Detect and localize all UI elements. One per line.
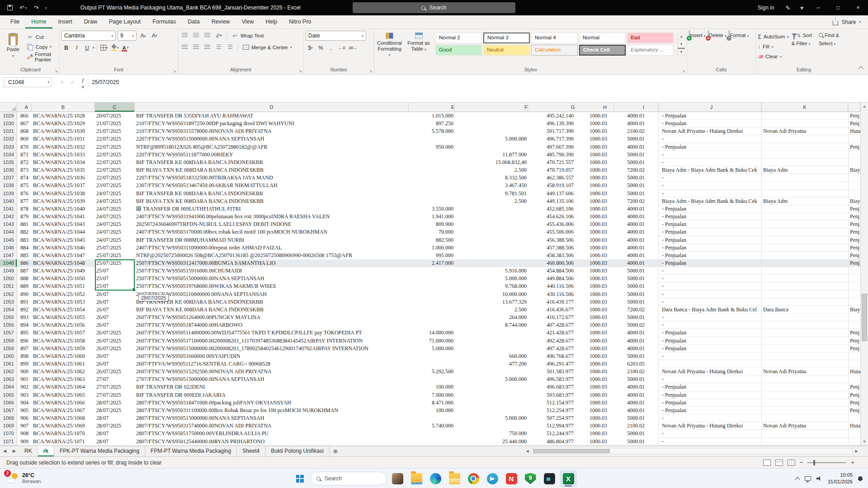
cell-F1029[interactable] [455, 112, 528, 120]
row-header-1061[interactable]: 1061 [0, 360, 17, 368]
row-header-1057[interactable]: 1057 [0, 329, 17, 337]
cell-E1046[interactable]: 1.000.000 [409, 244, 455, 252]
cell-F1047[interactable] [455, 252, 528, 259]
cell-G1061[interactable]: 496.291.477 [528, 360, 575, 368]
wrap-text-button[interactable]: ↩Wrap Text [230, 31, 265, 40]
row-header-1044[interactable]: 1044 [0, 228, 17, 236]
cell-F1057[interactable] [455, 329, 528, 337]
cell-H1037[interactable]: 1000.03 [575, 174, 614, 182]
dialog-launcher-icon[interactable]: ↘ [298, 69, 302, 73]
cell-L1029[interactable]: Penj [848, 112, 860, 120]
cell-I1056[interactable]: 5000.02 [614, 321, 658, 329]
cell-K1035[interactable] [761, 159, 848, 166]
cell-I1035[interactable]: 5000.01 [614, 159, 658, 166]
cell-D1047[interactable]: NTRF@20250725000026 508@BCA25070136185 @… [135, 252, 409, 259]
cell-G1038[interactable]: 458.919.107 [528, 182, 575, 189]
taskbar-antivirus[interactable] [522, 470, 539, 487]
cell-G1032[interactable]: 496.717.390 [528, 135, 575, 143]
clear-button[interactable]: Clear ▾ [758, 52, 789, 61]
cell-L1056[interactable] [848, 321, 860, 329]
cell-B1071[interactable]: BCA/WARNA/25/1071 [32, 438, 95, 446]
cell-G1040[interactable]: 449.135.106 [528, 197, 575, 205]
cell-L1043[interactable]: Penj [848, 221, 860, 228]
cell-L1040[interactable]: Biay [848, 197, 860, 205]
cell-K1048[interactable] [761, 259, 848, 267]
row-header-1054[interactable]: 1054 [0, 306, 17, 314]
cell-style-neutral[interactable]: Neutral [483, 45, 530, 56]
cell-L1051[interactable] [848, 282, 860, 290]
row-header-1062[interactable]: 1062 [0, 368, 17, 375]
cell-H1046[interactable]: 1000.03 [575, 244, 614, 252]
ribbon-display-options-icon[interactable]: ▾ [795, 5, 808, 11]
cell-J1064[interactable]: - Penjualan [658, 383, 761, 391]
cell-K1063[interactable] [761, 375, 848, 383]
cell-B1055[interactable]: BCA/WARNA/25/1055 [32, 314, 95, 321]
cell-D1031[interactable]: 2107/FTSCY/WS950315578000.00NOVAN ADI PR… [135, 127, 409, 135]
cell-C1056[interactable]: 26/07 [95, 321, 135, 329]
gallery-down-icon[interactable]: ▾ [678, 40, 685, 48]
cell-F1056[interactable]: 8.744.000 [455, 321, 528, 329]
fill-button[interactable]: ↓Fill ▾ [758, 42, 789, 51]
cell-C1054[interactable]: 26/07 [95, 306, 135, 314]
cell-L1038[interactable] [848, 182, 860, 189]
cell-H1044[interactable]: 1000.03 [575, 228, 614, 236]
cell-I1071[interactable]: 5000.01 [614, 438, 658, 446]
cell-F1059[interactable] [455, 345, 528, 352]
cell-G1068[interactable]: 507.254.977 [528, 414, 575, 422]
cell-C1040[interactable]: 24/07/2025 [95, 197, 135, 205]
cell-G1033[interactable]: 497.667.390 [528, 143, 575, 151]
cell-F1061[interactable]: 477.200 [455, 360, 528, 368]
cell-C1039[interactable]: 24/07/2025 [95, 190, 135, 197]
cell-H1061[interactable]: 1000.03 [575, 360, 614, 368]
cell-A1069[interactable]: 907 [17, 422, 32, 430]
ribbon-tab-review[interactable]: Review [206, 15, 236, 28]
cell-G1055[interactable]: 416.172.677 [528, 314, 575, 321]
cell-L1047[interactable]: Penj [848, 252, 860, 259]
cell-A1065[interactable]: 903 [17, 391, 32, 399]
row-header-1033[interactable]: 1033 [0, 143, 17, 151]
column-header-A[interactable]: A [17, 103, 32, 112]
cell-C1052[interactable]: 26/07 [95, 291, 135, 298]
conditional-formatting-button[interactable]: Conditional Formatting ▾ [376, 31, 403, 57]
column-header-C[interactable]: C [95, 103, 135, 112]
cell-B1032[interactable]: BCA/WARNA/25/1031 [32, 135, 95, 143]
middle-align-button[interactable] [191, 31, 201, 40]
autosum-button[interactable]: ΣAutoSum ▾ [758, 32, 789, 41]
row-header-1048[interactable]: 1048 [0, 259, 17, 267]
cell-J1031[interactable]: Novan Adi Priyatna - Hutang Direksi [658, 127, 761, 135]
cell-J1055[interactable]: - [658, 314, 761, 321]
cell-G1035[interactable]: 470.721.557 [528, 159, 575, 166]
cell-F1034[interactable]: 11.877.000 [455, 151, 528, 159]
cell-G1058[interactable]: 492.428.677 [528, 337, 575, 345]
cell-C1060[interactable]: 26/07 [95, 352, 135, 360]
accounting-format-button[interactable]: $▾ [306, 43, 315, 52]
cell-J1061[interactable] [658, 360, 761, 368]
cell-A1039[interactable]: 876 [17, 190, 32, 197]
vertical-scrollbar[interactable]: ▲ ▼ [860, 103, 868, 446]
cell-G1048[interactable]: 460.800.506 [528, 259, 575, 267]
taskbar-folder[interactable] [446, 470, 463, 487]
cell-K1066[interactable] [761, 399, 848, 407]
cell-E1062[interactable]: 5.292.500 [409, 368, 455, 375]
cell-I1057[interactable]: 4000.01 [614, 329, 658, 337]
cell-I1043[interactable]: 4000.01 [614, 221, 658, 228]
cell-K1029[interactable] [761, 112, 848, 120]
cell-C1071[interactable]: 28/07 [95, 438, 135, 446]
cell-D1061[interactable]: 2607/FTFVA/WS9505112716/SENTRAL CARG-- 0… [135, 360, 409, 368]
cell-H1039[interactable]: 1000.03 [575, 190, 614, 197]
cell-K1040[interactable]: Biaya Adm [761, 197, 848, 205]
cell-L1068[interactable] [848, 414, 860, 422]
cell-I1031[interactable]: 2100.02 [614, 127, 658, 135]
cell-L1063[interactable] [848, 375, 860, 383]
cell-D1029[interactable]: BIF TRANSFER DR 535DIYAH AYU RAHMAWAT [135, 112, 409, 120]
cell-E1069[interactable]: 5.740.000 [409, 422, 455, 430]
cell-C1047[interactable]: 25/07/2025 [95, 252, 135, 259]
cell-A1047[interactable]: 885 [17, 252, 32, 259]
cell-A1035[interactable]: 872 [17, 159, 32, 166]
cell-A1032[interactable]: 869 [17, 135, 32, 143]
cell-J1049[interactable]: - [658, 267, 761, 275]
ribbon-tab-formulas[interactable]: Formulas [146, 15, 182, 28]
cell-B1043[interactable]: BCA/WARNA/25/1043 [32, 221, 95, 228]
row-header-1070[interactable]: 1070 [0, 430, 17, 437]
column-header-D[interactable]: D [135, 103, 409, 112]
